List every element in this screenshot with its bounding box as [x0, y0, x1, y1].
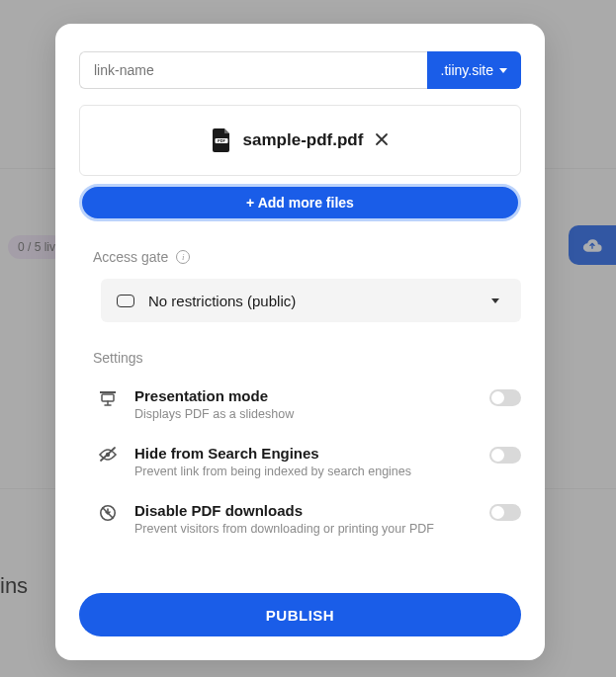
pdf-file-icon: PDF — [212, 128, 231, 152]
remove-file-button[interactable] — [375, 131, 389, 149]
file-name: sample-pdf.pdf — [243, 130, 364, 150]
svg-rect-3 — [102, 394, 114, 401]
access-gate-select[interactable]: No restrictions (public) — [101, 279, 521, 322]
no-download-icon — [97, 502, 119, 522]
info-icon[interactable]: i — [176, 250, 190, 264]
close-icon — [375, 132, 389, 146]
link-name-input[interactable] — [79, 51, 427, 89]
settings-label: Settings — [93, 350, 521, 366]
disable-downloads-toggle[interactable] — [489, 504, 521, 521]
access-selected-label: No restrictions (public) — [148, 293, 478, 309]
setting-disable-downloads: Disable PDF downloads Prevent visitors f… — [97, 502, 521, 536]
access-gate-label: Access gate — [93, 249, 168, 265]
uploaded-file: PDF sample-pdf.pdf — [79, 105, 521, 176]
setting-desc: Prevent visitors from downloading or pri… — [134, 522, 474, 536]
svg-text:PDF: PDF — [218, 138, 226, 143]
setting-title: Presentation mode — [134, 387, 474, 404]
setting-title: Hide from Search Engines — [134, 445, 474, 462]
chevron-down-icon — [499, 68, 507, 73]
domain-dropdown[interactable]: .tiiny.site — [427, 51, 521, 89]
setting-title: Disable PDF downloads — [134, 502, 474, 519]
publish-button[interactable]: PUBLISH — [79, 593, 521, 636]
domain-label: .tiiny.site — [441, 62, 493, 78]
setting-hide-search: Hide from Search Engines Prevent link fr… — [97, 445, 521, 478]
link-row: .tiiny.site — [79, 51, 521, 89]
publish-modal: .tiiny.site PDF sample-pdf.pdf + Add mor… — [55, 24, 545, 660]
hide-search-toggle[interactable] — [489, 447, 521, 464]
svg-rect-2 — [100, 391, 116, 393]
presentation-icon — [97, 387, 119, 407]
setting-presentation-mode: Presentation mode Displays PDF as a slid… — [97, 387, 521, 421]
setting-desc: Prevent link from being indexed by searc… — [134, 465, 474, 478]
access-gate-header: Access gate i — [93, 249, 521, 265]
eye-off-icon — [97, 445, 119, 463]
add-more-files-button[interactable]: + Add more files — [79, 184, 521, 221]
presentation-mode-toggle[interactable] — [489, 389, 521, 406]
chevron-down-icon — [491, 298, 499, 303]
restriction-icon — [117, 295, 134, 307]
setting-desc: Displays PDF as a slideshow — [134, 407, 474, 421]
